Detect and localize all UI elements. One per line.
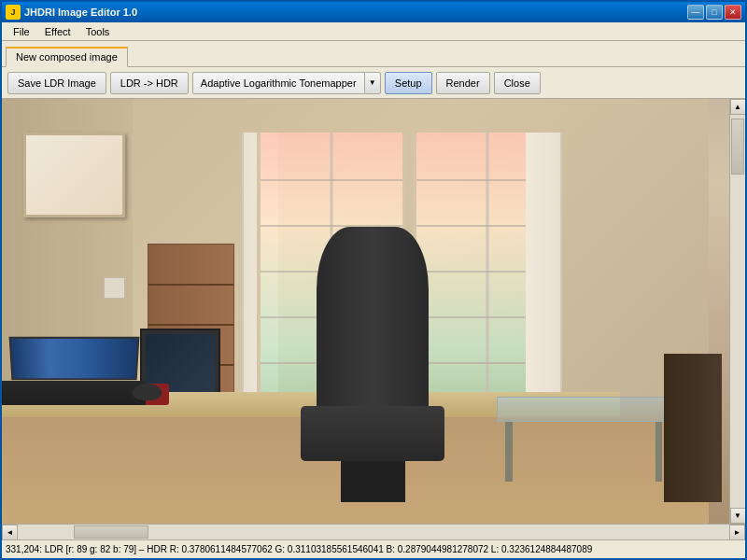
tab-composed-image[interactable]: New composed image [6, 47, 128, 67]
chair [293, 227, 453, 503]
main-window: J JHDRI Image Editor 1.0 — □ ✕ File Effe… [0, 0, 747, 560]
chair-back [317, 227, 429, 434]
mouse [133, 384, 162, 400]
close-window-button[interactable]: ✕ [725, 5, 741, 20]
vertical-scrollbar: ▲ ▼ [729, 99, 745, 524]
coffee-table [497, 397, 671, 482]
setup-button[interactable]: Setup [385, 72, 432, 94]
tonemapper-dropdown-container: Adaptive Logarithmic Tonemapper ▼ [192, 72, 381, 94]
scroll-up-button[interactable]: ▲ [730, 99, 746, 115]
laptop-screen-content [10, 339, 137, 379]
titlebar-buttons: — □ ✕ [687, 5, 741, 20]
scroll-v-thumb[interactable] [731, 119, 744, 175]
menu-file[interactable]: File [6, 24, 37, 39]
chair-base [341, 461, 405, 502]
statusbar: 331,204: LDR [r: 89 g: 82 b: 79] – HDR R… [2, 539, 745, 558]
close-button[interactable]: Close [494, 72, 541, 94]
menubar: File Effect Tools [2, 22, 745, 41]
coffee-table-top [497, 397, 671, 422]
tonemapper-select[interactable]: Adaptive Logarithmic Tonemapper [192, 72, 364, 94]
coffee-table-leg-2 [655, 422, 662, 482]
ldr-hdr-button[interactable]: LDR -> HDR [110, 72, 189, 94]
tabbar: New composed image [2, 41, 745, 67]
coffee-table-leg-1 [505, 422, 512, 482]
scroll-left-button[interactable]: ◄ [2, 525, 18, 540]
room-scene [2, 99, 729, 524]
armchair-right [664, 354, 722, 502]
image-scroll-area: ▲ ▼ ◄ ► [2, 99, 745, 539]
save-ldr-button[interactable]: Save LDR Image [7, 72, 106, 94]
minimize-button[interactable]: — [687, 5, 704, 20]
light-switch [104, 277, 125, 299]
image-viewport[interactable] [2, 99, 729, 524]
maximize-button[interactable]: □ [706, 5, 723, 20]
menu-effect[interactable]: Effect [37, 24, 78, 39]
menu-tools[interactable]: Tools [78, 24, 118, 39]
scroll-right-button[interactable]: ► [729, 525, 745, 540]
scroll-h-track[interactable] [18, 525, 729, 539]
toolbar: Save LDR Image LDR -> HDR Adaptive Logar… [2, 67, 745, 99]
laptop-screen [8, 337, 139, 381]
titlebar: J JHDRI Image Editor 1.0 — □ ✕ [2, 2, 745, 22]
horizontal-scrollbar: ◄ ► [2, 524, 745, 539]
scroll-v-track[interactable] [730, 115, 745, 508]
laptop-base [2, 381, 146, 404]
render-button[interactable]: Render [436, 72, 490, 94]
wall-picture [23, 133, 125, 217]
image-and-vscroll: ▲ ▼ [2, 99, 745, 524]
chair-seat [301, 406, 444, 461]
app-icon: J [6, 5, 21, 20]
window-title: JHDRI Image Editor 1.0 [24, 7, 137, 18]
titlebar-left: J JHDRI Image Editor 1.0 [6, 5, 137, 20]
scroll-h-thumb[interactable] [74, 525, 148, 539]
tonemapper-dropdown-arrow[interactable]: ▼ [364, 72, 381, 94]
status-text: 331,204: LDR [r: 89 g: 82 b: 79] – HDR R… [6, 544, 592, 554]
scroll-down-button[interactable]: ▼ [730, 508, 746, 524]
